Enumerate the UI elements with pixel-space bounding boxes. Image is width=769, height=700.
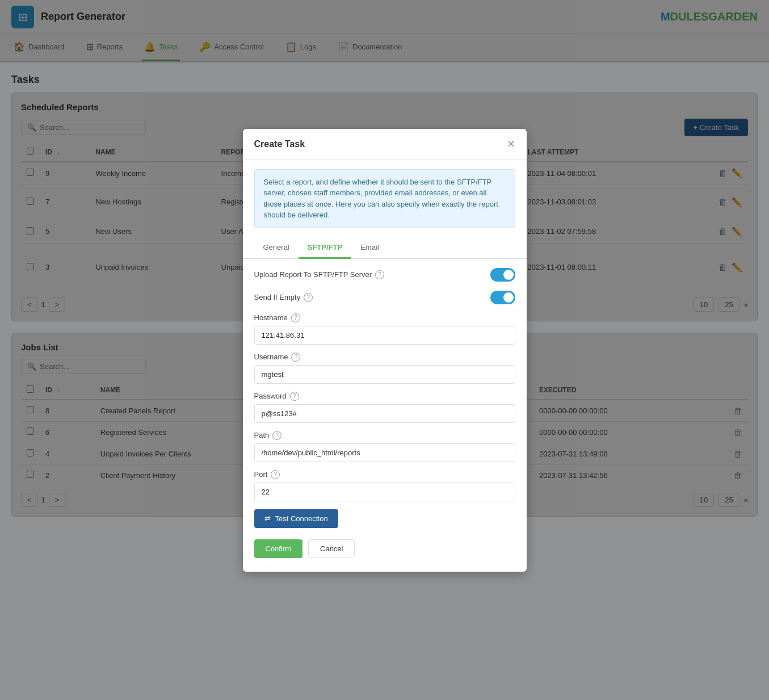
- modal-tabs: General SFTP/FTP Email: [243, 237, 527, 259]
- modal-overlay[interactable]: Create Task ✕ Select a report, and defin…: [0, 0, 769, 539]
- username-label: Username: [254, 353, 288, 361]
- username-group: Username ?: [254, 353, 515, 384]
- test-connection-label: Test Connection: [275, 514, 328, 523]
- port-help-icon[interactable]: ?: [271, 470, 280, 479]
- modal-close-button[interactable]: ✕: [507, 138, 515, 150]
- swap-icon: ⇄: [264, 514, 271, 523]
- test-connection-button[interactable]: ⇄ Test Connection: [254, 509, 338, 528]
- tab-general[interactable]: General: [254, 237, 299, 259]
- upload-sftp-help-icon[interactable]: ?: [375, 270, 384, 279]
- upload-sftp-label: Upload Report To SFTP/FTP Server: [254, 270, 372, 279]
- username-input[interactable]: [254, 365, 515, 384]
- path-input[interactable]: [254, 443, 515, 462]
- port-label: Port: [254, 470, 268, 479]
- password-help-icon[interactable]: ?: [290, 392, 299, 401]
- send-if-empty-toggle[interactable]: [490, 291, 515, 304]
- path-label: Path: [254, 431, 270, 439]
- modal-info-text: Select a report, and define whether it s…: [264, 178, 498, 220]
- hostname-group: Hostname ?: [254, 313, 515, 345]
- modal-header: Create Task ✕: [243, 129, 527, 160]
- send-if-empty-label: Send If Empty: [254, 293, 301, 301]
- modal-body: Upload Report To SFTP/FTP Server ? Send …: [243, 259, 527, 539]
- tab-sftp-ftp[interactable]: SFTP/FTP: [299, 237, 351, 259]
- hostname-input[interactable]: [254, 326, 515, 345]
- port-group: Port ?: [254, 470, 515, 501]
- port-input[interactable]: [254, 483, 515, 501]
- upload-sftp-toggle[interactable]: [490, 268, 515, 282]
- modal-title: Create Task: [254, 139, 305, 149]
- path-help-icon[interactable]: ?: [272, 431, 281, 440]
- send-if-empty-help-icon[interactable]: ?: [304, 293, 313, 302]
- hostname-label: Hostname: [254, 313, 288, 322]
- modal-info-box: Select a report, and define whether it s…: [254, 169, 515, 228]
- create-task-modal: Create Task ✕ Select a report, and defin…: [243, 129, 527, 539]
- hostname-help-icon[interactable]: ?: [291, 313, 300, 322]
- send-if-empty-row: Send If Empty ?: [254, 291, 515, 304]
- password-group: Password ?: [254, 392, 515, 423]
- password-label: Password: [254, 392, 287, 400]
- username-help-icon[interactable]: ?: [291, 353, 300, 362]
- modal-footer: Confirm Cancel: [254, 537, 515, 539]
- path-group: Path ?: [254, 431, 515, 462]
- password-input[interactable]: [254, 404, 515, 423]
- tab-email[interactable]: Email: [351, 237, 388, 259]
- upload-sftp-row: Upload Report To SFTP/FTP Server ?: [254, 268, 515, 282]
